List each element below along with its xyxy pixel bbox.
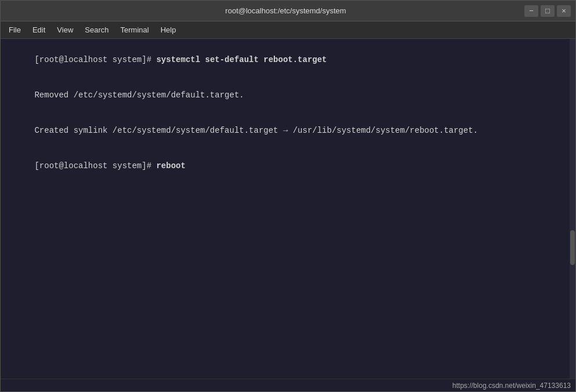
terminal-line-2: Removed /etc/systemd/system/default.targ…: [5, 78, 571, 113]
command-1: systemctl set-default reboot.target: [156, 55, 327, 64]
status-url: https://blog.csdn.net/weixin_47133613: [452, 382, 571, 390]
terminal-body[interactable]: [root@localhost system]# systemctl set-d…: [1, 39, 575, 379]
scrollbar[interactable]: [570, 39, 575, 379]
window-controls: − □ ×: [524, 5, 571, 17]
window-title: root@localhost:/etc/systemd/system: [47, 6, 524, 15]
menu-bar: File Edit View Search Terminal Help: [1, 21, 575, 39]
maximize-button[interactable]: □: [541, 5, 555, 17]
terminal-window: root@localhost:/etc/systemd/system − □ ×…: [0, 0, 576, 392]
menu-terminal[interactable]: Terminal: [115, 23, 155, 37]
menu-help[interactable]: Help: [155, 23, 182, 37]
prompt-1: [root@localhost system]#: [34, 55, 156, 64]
menu-edit[interactable]: Edit: [27, 23, 51, 37]
output-2: Created symlink /etc/systemd/system/defa…: [34, 126, 478, 135]
command-2: reboot: [156, 161, 185, 170]
scrollbar-thumb[interactable]: [570, 230, 575, 265]
menu-view[interactable]: View: [51, 23, 79, 37]
close-button[interactable]: ×: [557, 5, 571, 17]
status-bar: https://blog.csdn.net/weixin_47133613: [1, 379, 575, 391]
prompt-2: [root@localhost system]#: [34, 161, 156, 170]
menu-search[interactable]: Search: [79, 23, 114, 37]
terminal-line-4: [root@localhost system]# reboot: [5, 148, 571, 184]
menu-file[interactable]: File: [3, 23, 27, 37]
minimize-button[interactable]: −: [524, 5, 538, 17]
title-bar: root@localhost:/etc/systemd/system − □ ×: [1, 1, 575, 21]
terminal-line-3: Created symlink /etc/systemd/system/defa…: [5, 113, 571, 148]
output-1: Removed /etc/systemd/system/default.targ…: [34, 90, 244, 100]
terminal-line-1: [root@localhost system]# systemctl set-d…: [5, 42, 571, 78]
